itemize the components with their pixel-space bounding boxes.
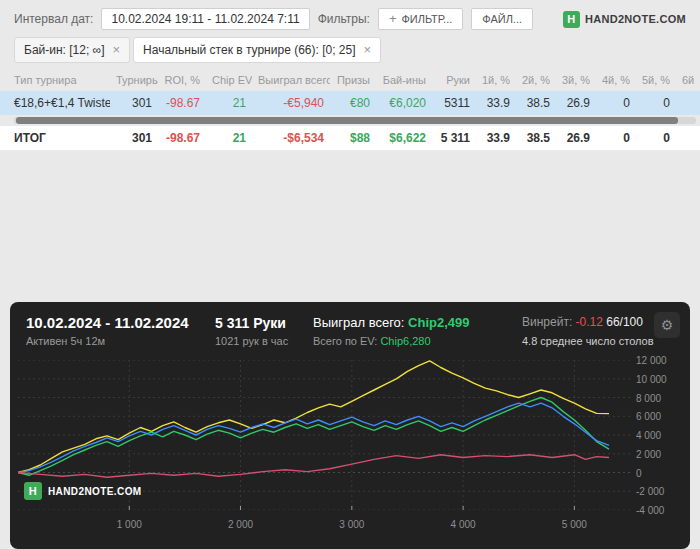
session-ev-total: Всего по EV: Chip6,280 (313, 335, 431, 347)
col-header-3rd-pct[interactable]: 3й, % (556, 69, 596, 91)
y-axis-tick-label: 4 000 (636, 430, 661, 441)
session-graph-panel: 10.02.2024 - 11.02.2024 Активен 5ч 12м 5… (10, 302, 690, 549)
cell-buyins: €6,020 (376, 91, 432, 115)
horizontal-scrollbar-thumb[interactable] (16, 117, 678, 124)
col-header-tournament-type[interactable]: Тип турнира (0, 69, 110, 91)
date-interval-label: Интервал дат: (14, 12, 93, 26)
col-header-tournaments[interactable]: Турниры (110, 69, 158, 91)
total-label: ИТОГ (0, 126, 110, 150)
table-row[interactable]: €18,6+€1,4 Twister 301 -98.67 21 -€5,940… (0, 91, 700, 115)
panel-brand-logo: H HAND2NOTE.COM (24, 482, 142, 500)
add-filter-button-label: ФИЛЬТР... (402, 13, 453, 25)
cell-tournament-type: €18,6+€1,4 Twister (0, 91, 110, 115)
total-buyins: $6,622 (376, 126, 432, 150)
close-icon[interactable]: × (364, 45, 372, 55)
cell-hands: 5311 (432, 91, 476, 115)
y-axis-tick-label: -2 000 (636, 486, 664, 497)
total-row[interactable]: ИТОГ 301 -98.67 21 -$6,534 $88 $6,622 5 … (0, 126, 700, 150)
panel-brand-logo-text: HAND2NOTE.COM (48, 486, 142, 497)
filter-chip-buyin-label: Бай-ин: [12; ∞] (24, 43, 104, 57)
session-won-total: Выиграл всего: Chip2,499 (313, 315, 470, 330)
y-axis-tick-label: 12 000 (636, 355, 667, 366)
winrate-value: -0.12 (576, 315, 603, 329)
cell-roi: -98.67 (158, 91, 206, 115)
ev-total-label: Всего по EV: (313, 335, 377, 347)
cell-prizes: €80 (330, 91, 376, 115)
total-3rd-pct: 26.9 (556, 126, 596, 150)
y-axis-tick-label: 0 (636, 467, 642, 478)
plus-icon: + (389, 14, 397, 24)
file-button[interactable]: ФАЙЛ... (471, 8, 533, 30)
col-header-1st-pct[interactable]: 1й, % (476, 69, 516, 91)
col-header-2nd-pct[interactable]: 2й, % (516, 69, 556, 91)
file-button-label: ФАЙЛ... (482, 13, 522, 25)
series-allin-red (18, 455, 609, 478)
cell-chip-ev: 21 (206, 91, 252, 115)
filter-chip-starting-stack[interactable]: Начальный стек в турнире (66): [0; 25] × (133, 37, 381, 63)
settings-button[interactable]: ⚙ (654, 312, 680, 338)
horizontal-scrollbar-row (0, 115, 700, 126)
filter-chips-row: Бай-ин: [12; ∞] × Начальный стек в турни… (0, 35, 700, 63)
filter-chip-starting-stack-label: Начальный стек в турнире (66): [0; 25] (143, 43, 355, 57)
session-hands-per-hour: 1021 рук в час (215, 335, 288, 347)
col-header-5th-pct[interactable]: 5й, % (636, 69, 676, 91)
cell-2nd-pct: 38.5 (516, 91, 556, 115)
date-range-input[interactable]: 10.02.2024 19:11 - 11.02.2024 7:11 (101, 8, 309, 30)
col-header-buyins[interactable]: Бай-ины (376, 69, 432, 91)
session-date-range: 10.02.2024 - 11.02.2024 (26, 314, 189, 331)
y-axis-tick-label: 10 000 (636, 373, 667, 384)
y-axis-tick-label: 2 000 (636, 448, 661, 459)
col-header-hands[interactable]: Руки (432, 69, 476, 91)
total-4th-pct: 0 (596, 126, 636, 150)
total-6th-pct (676, 126, 700, 150)
col-header-4th-pct[interactable]: 4й, % (596, 69, 636, 91)
tournament-results-table: Тип турнира Турниры ROI, % Chip EV Выигр… (0, 69, 700, 150)
session-avg-tables: 4.8 среднее число столов (522, 335, 654, 347)
x-axis-tick-label: 1 000 (117, 519, 142, 530)
total-won: -$6,534 (252, 126, 330, 150)
col-header-6th-pct[interactable]: 6й (676, 69, 700, 91)
won-total-value: Chip2,499 (408, 315, 469, 330)
col-header-prizes[interactable]: Призы (330, 69, 376, 91)
y-axis-labels: 12 00010 0008 0006 0004 0002 0000-2 000-… (636, 360, 686, 510)
total-chip-ev: 21 (206, 126, 252, 150)
session-winrate: Винрейт: -0.12 66/100 (522, 315, 643, 329)
total-hands: 5 311 (432, 126, 476, 150)
filter-chip-buyin[interactable]: Бай-ин: [12; ∞] × (14, 37, 130, 63)
table-header-row: Тип турнира Турниры ROI, % Chip EV Выигр… (0, 69, 700, 91)
brand-logo-text: HAND2NOTE.COM (585, 13, 686, 25)
y-axis-tick-label: 8 000 (636, 392, 661, 403)
hand2note-logo-icon: H (24, 482, 42, 500)
gear-icon: ⚙ (661, 317, 674, 333)
total-1st-pct: 33.9 (476, 126, 516, 150)
y-axis-tick-label: -4 000 (636, 505, 664, 516)
close-icon[interactable]: × (112, 45, 120, 55)
won-total-label: Выиграл всего: (313, 315, 404, 330)
x-axis-labels: 1 0002 0003 0004 0005 000 (18, 516, 630, 530)
total-tournaments: 301 (110, 126, 158, 150)
winrate-suffix: 66/100 (606, 315, 643, 329)
ev-total-value: Chip6,280 (380, 335, 430, 347)
add-filter-button[interactable]: + ФИЛЬТР... (378, 8, 463, 30)
cell-won-total: -€5,940 (252, 91, 330, 115)
x-axis-tick-label: 2 000 (228, 519, 253, 530)
col-header-chip-ev[interactable]: Chip EV (206, 69, 252, 91)
cell-1st-pct: 33.9 (476, 91, 516, 115)
col-header-won-total[interactable]: Выиграл всего (252, 69, 330, 91)
top-toolbar: Интервал дат: 10.02.2024 19:11 - 11.02.2… (0, 0, 700, 35)
cell-6th-pct (676, 91, 700, 115)
total-2nd-pct: 38.5 (516, 126, 556, 150)
cell-4th-pct: 0 (596, 91, 636, 115)
horizontal-scrollbar-track[interactable] (14, 117, 696, 124)
session-active-time: Активен 5ч 12м (26, 335, 105, 347)
cell-tournaments: 301 (110, 91, 158, 115)
brand-logo: H HAND2NOTE.COM (563, 11, 686, 28)
cell-5th-pct: 0 (636, 91, 676, 115)
y-axis-tick-label: 6 000 (636, 411, 661, 422)
winrate-label: Винрейт: (522, 315, 572, 329)
col-header-roi[interactable]: ROI, % (158, 69, 206, 91)
total-5th-pct: 0 (636, 126, 676, 150)
series-winnings-blue (18, 403, 609, 472)
x-axis-tick-label: 5 000 (562, 519, 587, 530)
x-axis-tick-label: 4 000 (451, 519, 476, 530)
